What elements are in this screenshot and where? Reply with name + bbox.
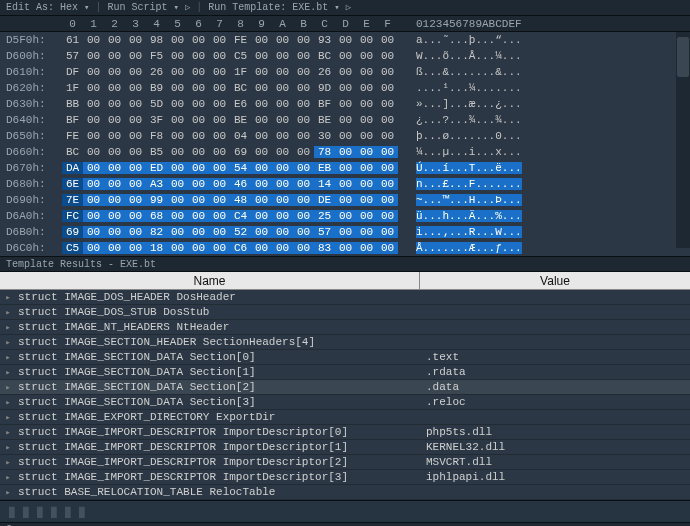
byte[interactable]: 00 xyxy=(188,194,209,206)
byte[interactable]: 1F xyxy=(230,66,251,78)
byte[interactable]: BE xyxy=(230,114,251,126)
byte[interactable]: 00 xyxy=(377,66,398,78)
byte[interactable]: 00 xyxy=(188,146,209,158)
byte[interactable]: 69 xyxy=(62,226,83,238)
byte[interactable]: 00 xyxy=(104,34,125,46)
ascii[interactable]: ....¹...¼....... xyxy=(416,82,522,94)
byte[interactable]: 00 xyxy=(356,66,377,78)
template-row[interactable]: ▸struct BASE_RELOCATION_TABLE RelocTable xyxy=(0,485,690,500)
byte[interactable]: BC xyxy=(62,146,83,158)
byte[interactable]: 00 xyxy=(251,66,272,78)
byte[interactable]: 00 xyxy=(209,162,230,174)
byte[interactable]: 00 xyxy=(335,242,356,254)
hex-row[interactable]: D690h:7E0000009900000048000000DE000000~.… xyxy=(6,192,684,208)
byte[interactable]: 00 xyxy=(167,50,188,62)
byte[interactable]: 00 xyxy=(167,130,188,142)
byte[interactable]: 00 xyxy=(377,210,398,222)
byte[interactable]: 00 xyxy=(125,114,146,126)
byte[interactable]: 9D xyxy=(314,82,335,94)
template-row[interactable]: ▸struct IMAGE_SECTION_DATA Section[2].da… xyxy=(0,380,690,395)
hex-row[interactable]: D640h:BF0000003F000000BE000000BE000000¿.… xyxy=(6,112,684,128)
byte[interactable]: 00 xyxy=(293,146,314,158)
byte[interactable]: 00 xyxy=(272,130,293,142)
expand-icon[interactable]: ▸ xyxy=(0,412,16,423)
byte[interactable]: 00 xyxy=(104,114,125,126)
byte[interactable]: 7E xyxy=(62,194,83,206)
byte[interactable]: 57 xyxy=(62,50,83,62)
byte[interactable]: 00 xyxy=(167,114,188,126)
byte[interactable]: 00 xyxy=(335,210,356,222)
ascii[interactable]: i...‚...R...W... xyxy=(416,226,522,238)
byte[interactable]: C5 xyxy=(230,50,251,62)
byte[interactable]: 00 xyxy=(125,82,146,94)
template-row[interactable]: ▸struct IMAGE_IMPORT_DESCRIPTOR ImportDe… xyxy=(0,455,690,470)
byte[interactable]: 00 xyxy=(83,162,104,174)
hex-row[interactable]: D5F0h:6100000098000000FE00000093000000a.… xyxy=(6,32,684,48)
template-row[interactable]: ▸struct IMAGE_DOS_STUB DosStub xyxy=(0,305,690,320)
byte[interactable]: 00 xyxy=(293,162,314,174)
template-row[interactable]: ▸struct IMAGE_IMPORT_DESCRIPTOR ImportDe… xyxy=(0,425,690,440)
byte[interactable]: EB xyxy=(314,162,335,174)
expand-icon[interactable]: ▸ xyxy=(0,352,16,363)
byte[interactable]: 00 xyxy=(356,98,377,110)
byte[interactable]: 26 xyxy=(146,66,167,78)
byte[interactable]: 00 xyxy=(335,34,356,46)
byte[interactable]: 00 xyxy=(125,34,146,46)
byte[interactable]: 00 xyxy=(272,50,293,62)
hex-row[interactable]: D600h:57000000F5000000C5000000BC000000W.… xyxy=(6,48,684,64)
hex-view[interactable]: D5F0h:6100000098000000FE00000093000000a.… xyxy=(0,32,690,256)
byte[interactable]: 00 xyxy=(125,162,146,174)
byte[interactable]: 82 xyxy=(146,226,167,238)
byte[interactable]: 00 xyxy=(251,146,272,158)
byte[interactable]: 00 xyxy=(167,178,188,190)
vertical-scrollbar[interactable] xyxy=(676,32,690,248)
byte[interactable]: 00 xyxy=(188,34,209,46)
byte[interactable]: 00 xyxy=(209,242,230,254)
byte[interactable]: 00 xyxy=(167,162,188,174)
byte[interactable]: 00 xyxy=(272,162,293,174)
byte[interactable]: 00 xyxy=(335,194,356,206)
byte[interactable]: 00 xyxy=(356,210,377,222)
byte[interactable]: 00 xyxy=(209,146,230,158)
run-template-menu[interactable]: Run Template: EXE.bt xyxy=(208,2,328,13)
byte[interactable]: 99 xyxy=(146,194,167,206)
byte[interactable]: 00 xyxy=(167,226,188,238)
expand-icon[interactable]: ▸ xyxy=(0,292,16,303)
byte[interactable]: 00 xyxy=(293,242,314,254)
byte[interactable]: DE xyxy=(314,194,335,206)
byte[interactable]: BF xyxy=(62,114,83,126)
hex-row[interactable]: D630h:BB0000005D000000E6000000BF000000».… xyxy=(6,96,684,112)
byte[interactable]: 00 xyxy=(188,50,209,62)
byte[interactable]: 00 xyxy=(83,50,104,62)
byte[interactable]: 00 xyxy=(83,210,104,222)
byte[interactable]: 00 xyxy=(188,82,209,94)
template-row[interactable]: ▸struct IMAGE_SECTION_HEADER SectionHead… xyxy=(0,335,690,350)
column-name[interactable]: Name xyxy=(0,272,420,289)
byte[interactable]: 00 xyxy=(272,194,293,206)
byte[interactable]: 00 xyxy=(335,146,356,158)
byte[interactable]: 00 xyxy=(209,178,230,190)
byte[interactable]: 00 xyxy=(104,66,125,78)
expand-icon[interactable]: ▸ xyxy=(0,442,16,453)
byte[interactable]: F5 xyxy=(146,50,167,62)
byte[interactable]: 00 xyxy=(377,178,398,190)
byte[interactable]: 00 xyxy=(356,178,377,190)
byte[interactable]: 00 xyxy=(293,66,314,78)
expand-icon[interactable]: ▸ xyxy=(0,472,16,483)
byte[interactable]: BE xyxy=(314,114,335,126)
byte[interactable]: 00 xyxy=(293,98,314,110)
byte[interactable]: 00 xyxy=(251,34,272,46)
byte[interactable]: 00 xyxy=(356,162,377,174)
byte[interactable]: 00 xyxy=(335,130,356,142)
hex-row[interactable]: D6A0h:FC00000068000000C400000025000000ü.… xyxy=(6,208,684,224)
byte[interactable]: 00 xyxy=(209,226,230,238)
byte[interactable]: 00 xyxy=(104,162,125,174)
ascii[interactable]: ¿...?...¾...¾... xyxy=(416,114,522,126)
byte[interactable]: 00 xyxy=(272,34,293,46)
byte[interactable]: DA xyxy=(62,162,83,174)
dropdown-icon[interactable]: ▾ xyxy=(84,2,89,13)
byte[interactable]: 00 xyxy=(104,146,125,158)
byte[interactable]: 00 xyxy=(377,82,398,94)
byte[interactable]: 00 xyxy=(356,130,377,142)
byte[interactable]: C4 xyxy=(230,210,251,222)
